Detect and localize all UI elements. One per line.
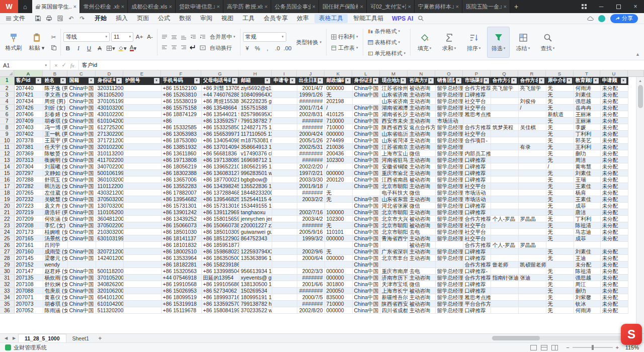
cell[interactable]: 301800 xyxy=(325,281,352,287)
cell[interactable]: 吴晓慧 (女 xyxy=(43,196,67,202)
cell[interactable]: 主动咨询 xyxy=(408,196,435,202)
cell[interactable]: 无 xyxy=(546,137,574,143)
cell[interactable]: +86 1851229020 xyxy=(201,235,239,241)
cell[interactable]: 主动咨询 xyxy=(408,183,435,189)
cell[interactable] xyxy=(435,241,463,248)
cell[interactable] xyxy=(123,241,161,248)
cell[interactable]: +86 1370140948 xyxy=(201,143,239,150)
cell[interactable]: 广东省深圳 xyxy=(380,248,408,254)
cell[interactable]: +86 1991056868 xyxy=(201,281,239,287)
cell[interactable]: 155751588 xyxy=(239,104,272,111)
cell[interactable]: 无 xyxy=(546,84,574,91)
menu-tab-9[interactable]: 会员专享 xyxy=(259,13,292,24)
cell[interactable]: 文静如 (女 xyxy=(43,169,67,176)
cell[interactable]: 社交平台 xyxy=(463,98,491,104)
column-header-H[interactable]: H xyxy=(239,70,272,76)
cell[interactable] xyxy=(123,281,161,287)
row-number[interactable]: 19 xyxy=(0,196,14,202)
header-cell-A[interactable]: 客户id▼ xyxy=(14,77,43,84)
cell[interactable]: 主动咨询 xyxy=(408,104,435,111)
cell[interactable]: 刘炘 (女) xyxy=(43,104,67,111)
cell[interactable] xyxy=(272,307,297,313)
cell[interactable]: 2000/4/24 xyxy=(297,130,325,137)
menu-tab-3[interactable]: 页面 xyxy=(132,13,153,24)
cell[interactable] xyxy=(491,176,518,183)
italic-button[interactable]: I xyxy=(74,44,83,53)
cell[interactable] xyxy=(272,294,297,300)
wps-ai-button[interactable]: WPS AI xyxy=(388,15,417,22)
cell[interactable] xyxy=(518,111,546,117)
cell[interactable]: 无 xyxy=(546,183,574,189)
cell[interactable]: 黄韦慧 xyxy=(574,163,600,169)
cell[interactable] xyxy=(272,281,297,287)
cell[interactable]: 留学总经理 xyxy=(435,281,463,287)
borders-button[interactable]: ▾ xyxy=(106,44,116,53)
cell[interactable]: 口碑推荐 xyxy=(463,209,491,215)
cell[interactable] xyxy=(491,137,518,143)
cell[interactable]: 000000 xyxy=(325,235,352,241)
cell[interactable]: 未分配 xyxy=(600,274,628,281)
cell[interactable]: / xyxy=(325,163,352,169)
cell[interactable]: 重庆市渝北 xyxy=(380,169,408,176)
cell[interactable] xyxy=(518,209,546,215)
row-number[interactable]: 17 xyxy=(0,183,14,189)
cell[interactable]: +86 1372884680 xyxy=(201,189,239,196)
cell[interactable]: 未分配 xyxy=(600,248,628,254)
cell[interactable]: 陈雨涵 (女 xyxy=(43,307,67,313)
cell[interactable]: 留学总经理 xyxy=(435,176,463,183)
cell[interactable]: China中国 xyxy=(352,294,380,300)
column-header-T[interactable]: T xyxy=(574,70,600,76)
tab-close-icon[interactable]: × xyxy=(360,4,364,10)
cell[interactable]: 西安市未央 xyxy=(380,117,408,124)
filter-dropdown-icon[interactable]: ▼ xyxy=(484,78,489,83)
cell[interactable]: China中国 xyxy=(352,235,380,241)
filter-dropdown-icon[interactable]: ▼ xyxy=(511,78,517,83)
cell[interactable]: 2002/7/16 xyxy=(297,209,325,215)
cell[interactable] xyxy=(272,169,297,176)
zoom-in-button[interactable]: + xyxy=(616,344,619,350)
cell[interactable]: 河北省张家 xyxy=(380,202,408,209)
cell[interactable]: 1999/1/26 xyxy=(297,91,325,98)
cell[interactable]: 864752343 xyxy=(239,235,272,241)
page-break-view-icon[interactable] xyxy=(551,345,558,350)
cell[interactable]: China中国 xyxy=(352,274,380,281)
cell[interactable]: 410125 xyxy=(325,111,352,117)
cell[interactable] xyxy=(518,169,546,176)
cell[interactable] xyxy=(123,91,161,98)
cell[interactable]: 电子科技大 xyxy=(380,189,408,196)
rows-columns-button[interactable]: 行和列▾ xyxy=(329,32,360,41)
zoom-slider[interactable] xyxy=(573,347,613,348)
header-cell-I[interactable]: 申请专业▼ xyxy=(272,77,297,84)
cell[interactable]: 无 xyxy=(546,268,574,274)
cell[interactable]: China中国 xyxy=(67,307,96,313)
cell[interactable]: China中国 xyxy=(352,209,380,215)
cell[interactable]: China中国 xyxy=(352,287,380,294)
cell[interactable]: 社交平台 xyxy=(463,183,491,189)
align-left-icon[interactable] xyxy=(160,43,169,52)
cell[interactable]: 市场活动 xyxy=(463,196,491,202)
cell[interactable]: 合作方推荐 xyxy=(463,261,491,268)
cell[interactable]: 2002/8/31 xyxy=(297,111,325,117)
cell[interactable]: 市场活动 xyxy=(435,117,463,124)
cell[interactable]: +86 1360831276 xyxy=(201,169,239,176)
cell[interactable] xyxy=(380,241,408,248)
cell[interactable]: ######## xyxy=(297,287,325,294)
cell[interactable] xyxy=(123,137,161,143)
cell[interactable] xyxy=(518,91,546,98)
cell[interactable]: 口碑推荐 xyxy=(463,281,491,287)
cell[interactable]: China中国 xyxy=(67,111,96,117)
cell[interactable]: 320311200104077915 xyxy=(96,84,123,91)
wrap-text-button[interactable]: 自动换行 xyxy=(208,43,237,52)
cell[interactable]: China中国 xyxy=(352,163,380,169)
add-sheet-button[interactable]: + xyxy=(95,335,105,342)
cell[interactable]: China中国 xyxy=(67,176,96,183)
cell[interactable]: +44 07546918 xyxy=(161,274,201,281)
cell[interactable]: 王一帆 (男 xyxy=(43,130,67,137)
cell[interactable]: 500106199702210321 xyxy=(96,169,123,176)
cell[interactable]: 内部员工推 xyxy=(463,150,491,156)
cell[interactable]: China中国 xyxy=(352,104,380,111)
cell[interactable]: 未分配 xyxy=(600,124,628,130)
cell[interactable]: guiwanwei guiwanwei xyxy=(239,228,272,235)
cell[interactable]: ziyi5692@q15152100 xyxy=(239,84,272,91)
filter-dropdown-icon[interactable]: ▼ xyxy=(290,78,295,83)
